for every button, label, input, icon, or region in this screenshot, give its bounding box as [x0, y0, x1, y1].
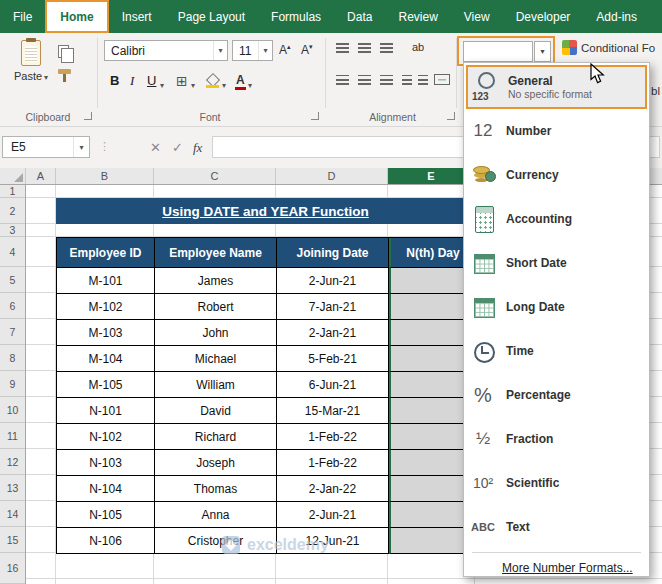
fill-color-icon[interactable] — [206, 75, 220, 88]
conditional-formatting-button[interactable]: Conditional Fo — [562, 40, 662, 55]
number-format-option[interactable]: Time — [466, 329, 647, 373]
number-format-option[interactable]: Accounting — [466, 197, 647, 241]
employee-name-cell[interactable]: James — [155, 268, 277, 294]
employee-name-cell[interactable]: Joseph — [155, 450, 277, 476]
font-name-combo[interactable]: Calibri — [104, 40, 228, 61]
chevron-down-icon[interactable] — [191, 78, 195, 90]
number-format-option[interactable]: Long Date — [466, 285, 647, 329]
number-format-option[interactable]: Short Date — [466, 241, 647, 285]
number-format-option[interactable]: General No specific format — [466, 65, 647, 109]
employee-name-cell[interactable]: Michael — [155, 346, 277, 372]
column-header[interactable]: D — [276, 168, 388, 184]
chevron-down-icon[interactable] — [160, 78, 164, 90]
row-header[interactable]: 11 — [0, 423, 25, 449]
employee-name-cell[interactable]: Thomas — [155, 476, 277, 502]
joining-date-cell[interactable]: 2-Jan-21 — [277, 320, 389, 346]
row-header[interactable]: 15 — [0, 527, 25, 553]
paste-button[interactable]: Paste — [12, 38, 50, 104]
employee-name-cell[interactable]: David — [155, 398, 277, 424]
employee-name-cell[interactable]: Anna — [155, 502, 277, 528]
row-header[interactable]: 7 — [0, 319, 25, 345]
insert-function-icon[interactable]: fx — [193, 140, 202, 156]
chevron-down-icon[interactable] — [213, 41, 227, 60]
number-format-option[interactable]: 10² Scientific — [466, 461, 647, 505]
ribbon-tab[interactable]: Data — [334, 0, 385, 33]
select-all-corner[interactable] — [0, 168, 26, 184]
font-color-icon[interactable]: A — [236, 73, 245, 87]
joining-date-cell[interactable]: 1-Feb-22 — [277, 450, 389, 476]
table-header-cell[interactable]: Employee Name — [155, 238, 277, 268]
employee-name-cell[interactable]: John — [155, 320, 277, 346]
row-header[interactable]: 9 — [0, 371, 25, 397]
column-header[interactable]: B — [56, 168, 154, 184]
employee-id-cell[interactable]: M-105 — [57, 372, 155, 398]
employee-id-cell[interactable]: N-104 — [57, 476, 155, 502]
wrap-text-icon[interactable] — [412, 41, 424, 53]
ribbon-tab[interactable]: View — [451, 0, 503, 33]
ribbon-tab[interactable]: Developer — [503, 0, 584, 33]
joining-date-cell[interactable]: 7-Jan-21 — [277, 294, 389, 320]
number-format-option[interactable]: Currency — [466, 153, 647, 197]
employee-id-cell[interactable]: N-105 — [57, 502, 155, 528]
row-header[interactable]: 8 — [0, 345, 25, 371]
ribbon-tab[interactable]: Add-ins — [583, 0, 650, 33]
row-header[interactable]: 14 — [0, 501, 25, 527]
ribbon-tab[interactable]: Formulas — [258, 0, 334, 33]
row-header[interactable]: 5 — [0, 267, 25, 293]
ribbon-tab[interactable]: Review — [385, 0, 450, 33]
row-header[interactable]: 3 — [0, 224, 25, 237]
borders-icon[interactable] — [176, 73, 188, 89]
employee-id-cell[interactable]: M-102 — [57, 294, 155, 320]
joining-date-cell[interactable]: 2-Jun-21 — [277, 502, 389, 528]
column-header[interactable]: E — [388, 168, 475, 184]
cancel-icon[interactable]: ✕ — [150, 140, 161, 155]
clipboard-dialog-launcher-icon[interactable] — [84, 112, 92, 120]
employee-id-cell[interactable]: N-101 — [57, 398, 155, 424]
chevron-down-icon[interactable] — [258, 41, 272, 60]
joining-date-cell[interactable]: 2-Jun-21 — [277, 268, 389, 294]
underline-button[interactable]: U — [147, 73, 156, 88]
copy-icon[interactable] — [58, 45, 69, 58]
font-size-combo[interactable]: 11 — [232, 40, 273, 61]
table-header-cell[interactable]: Joining Date — [277, 238, 389, 268]
ribbon-tab[interactable]: Insert — [109, 0, 165, 33]
decrease-font-size-button[interactable]: A — [301, 43, 313, 57]
joining-date-cell[interactable]: 15-Mar-21 — [277, 398, 389, 424]
align-middle-icon[interactable] — [358, 43, 371, 54]
joining-date-cell[interactable]: 6-Jun-21 — [277, 372, 389, 398]
bold-button[interactable]: B — [110, 73, 119, 88]
employee-id-cell[interactable]: M-103 — [57, 320, 155, 346]
format-painter-icon[interactable] — [58, 69, 71, 82]
alignment-dialog-launcher-icon[interactable] — [447, 112, 455, 120]
column-header[interactable]: C — [154, 168, 276, 184]
merge-center-icon[interactable] — [434, 74, 450, 85]
align-right-icon[interactable] — [380, 75, 393, 86]
row-header[interactable]: 2 — [0, 198, 25, 224]
sheet-title-cell[interactable]: Using DATE and YEAR Function — [56, 198, 475, 224]
number-format-option[interactable]: ABC Text — [466, 505, 647, 549]
increase-font-size-button[interactable]: A — [279, 43, 291, 57]
table-header-cell[interactable]: Employee ID — [57, 238, 155, 268]
row-header[interactable]: 4 — [0, 237, 25, 267]
employee-id-cell[interactable]: N-102 — [57, 424, 155, 450]
ribbon-tab[interactable]: Home — [45, 0, 108, 33]
employee-id-cell[interactable]: M-104 — [57, 346, 155, 372]
font-dialog-launcher-icon[interactable] — [311, 112, 319, 120]
employee-name-cell[interactable]: Robert — [155, 294, 277, 320]
name-box[interactable]: E5 — [2, 136, 90, 158]
decrease-indent-icon[interactable] — [402, 75, 412, 86]
chevron-down-icon[interactable] — [73, 137, 89, 157]
align-center-icon[interactable] — [358, 75, 371, 86]
chevron-down-icon[interactable] — [222, 78, 226, 90]
row-header[interactable]: 1 — [0, 185, 25, 198]
row-header[interactable]: 6 — [0, 293, 25, 319]
row-header[interactable]: 10 — [0, 397, 25, 423]
number-format-option[interactable]: % Percentage — [466, 373, 647, 417]
number-format-option[interactable]: 12 Number — [466, 109, 647, 153]
employee-name-cell[interactable]: William — [155, 372, 277, 398]
italic-button[interactable]: I — [130, 73, 134, 89]
ribbon-tab[interactable]: Page Layout — [165, 0, 258, 33]
align-bottom-icon[interactable] — [380, 43, 393, 54]
more-number-formats-item[interactable]: More Number Formats... — [466, 556, 647, 580]
row-header[interactable]: 13 — [0, 475, 25, 501]
